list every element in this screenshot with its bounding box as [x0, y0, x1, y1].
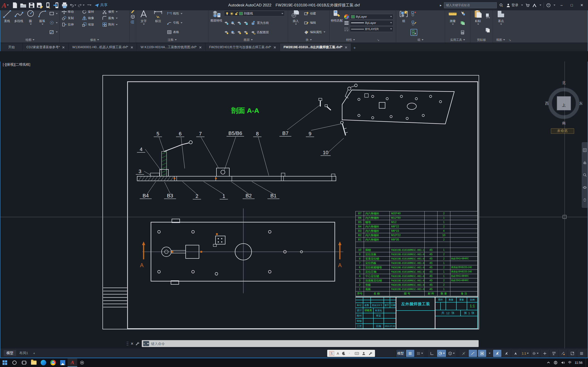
isodraft-toggle[interactable]	[447, 350, 456, 357]
panel-label-utilities[interactable]: 实用工具	[445, 37, 470, 42]
file-explorer-button[interactable]	[29, 358, 39, 367]
panel-label-block[interactable]: 块	[288, 37, 329, 42]
hidden-icons-caret[interactable]	[547, 361, 550, 365]
panel-label-annotation[interactable]: 注释	[136, 37, 208, 42]
start-button[interactable]	[0, 358, 10, 367]
chevron-down-icon[interactable]	[537, 353, 539, 354]
stretch-button[interactable]: 拉伸	[61, 21, 81, 28]
zoom-icon[interactable]	[583, 173, 587, 177]
close-button[interactable]: ✕	[578, 2, 586, 9]
cmd-grip-icon[interactable]	[126, 341, 129, 346]
panel-label-clipboard[interactable]: 剪贴板	[470, 37, 493, 42]
model-tab[interactable]: 模型	[4, 350, 16, 356]
ime-user-icon[interactable]	[362, 351, 366, 356]
linetype-icon[interactable]	[344, 26, 349, 32]
ime-mode-button[interactable]: 五	[329, 351, 334, 356]
file-tab-start[interactable]: 开始	[0, 43, 23, 51]
text-button[interactable]: 文字	[137, 8, 150, 37]
add-status-button[interactable]	[541, 350, 549, 357]
dimension-button[interactable]: 标注	[151, 8, 165, 37]
ime-punctuation-icon[interactable]: ’’	[349, 352, 352, 355]
match-layer-button[interactable]: 匹配图层	[250, 30, 270, 35]
panel-label-layers[interactable]: 图层	[208, 37, 288, 42]
minimize-button[interactable]: –	[558, 2, 565, 9]
panel-label-draw[interactable]: 绘图	[0, 37, 60, 42]
group-button[interactable]: 组	[397, 8, 410, 37]
file-tab-5-active[interactable]: FW2819E-01010...B左外腿焊接工装.dxf*	[280, 43, 351, 51]
settings-button[interactable]	[77, 358, 87, 367]
customization-gear-button[interactable]	[531, 350, 540, 357]
linetype-dropdown[interactable]: BYLAYER	[350, 26, 393, 32]
search-icon[interactable]	[499, 3, 504, 8]
edge-button[interactable]	[39, 358, 48, 367]
callout-b2[interactable]: B2	[246, 193, 252, 199]
layer-dropdown[interactable]: 剖面线	[224, 11, 285, 16]
annotation-monitor-button[interactable]	[559, 350, 567, 357]
object-snap-tracking-toggle[interactable]	[459, 350, 468, 357]
layer-on-bulb-icon[interactable]	[225, 12, 229, 15]
callout-2[interactable]: 2	[196, 193, 198, 199]
cut-icon[interactable]	[485, 13, 491, 18]
callout-3[interactable]: 3	[138, 168, 141, 174]
chevron-down-icon[interactable]	[453, 353, 455, 354]
copy-clip-icon[interactable]	[485, 27, 491, 33]
sign-in-button[interactable]: 登录	[506, 3, 518, 8]
callout-5[interactable]: 5	[156, 131, 159, 137]
network-icon[interactable]	[553, 361, 558, 365]
sign-in-dropdown-icon[interactable]	[521, 5, 523, 6]
autocad-logo-icon[interactable]: A	[0, 1, 11, 10]
show-desktop-button[interactable]	[586, 358, 587, 367]
object-snap-toggle[interactable]	[493, 350, 501, 357]
status-menu-button[interactable]	[577, 350, 586, 357]
snap-settings-caret[interactable]	[487, 350, 492, 357]
close-icon[interactable]	[62, 46, 65, 49]
new-tab-button[interactable]: ＋	[351, 44, 358, 51]
add-layout-button[interactable]: +	[31, 350, 37, 356]
chrome-button[interactable]	[48, 358, 58, 367]
group-selection-toggle-icon[interactable]	[411, 29, 417, 35]
model-space-button[interactable]: 模型	[396, 350, 405, 357]
set-current-layer-button[interactable]: 置为当前	[250, 20, 270, 25]
task-view-button[interactable]	[19, 358, 29, 367]
command-bar[interactable]: >_	[142, 340, 479, 347]
create-block-button[interactable]: 创建	[303, 10, 328, 17]
close-icon[interactable]	[199, 46, 201, 49]
help-icon[interactable]: ?	[546, 3, 551, 8]
paste-button[interactable]: 粘贴	[471, 8, 484, 37]
hatch-button[interactable]	[48, 29, 59, 35]
open-file-button[interactable]	[20, 2, 27, 9]
clock[interactable]: 11:56	[575, 361, 582, 365]
line-button[interactable]: 直线	[1, 8, 13, 37]
app-store-cart-icon[interactable]	[525, 3, 530, 8]
callout-7[interactable]: 7	[199, 131, 202, 137]
snap-quick-toggle[interactable]	[502, 350, 510, 357]
panel-label-modify[interactable]: 修改	[60, 37, 129, 42]
rectangle-button[interactable]	[48, 10, 59, 17]
ime-letter-button[interactable]: A	[337, 351, 339, 355]
viewcube-top[interactable]: 上	[562, 103, 566, 107]
chevron-down-icon[interactable]	[421, 353, 423, 354]
volume-icon[interactable]	[561, 361, 565, 365]
callout-b4[interactable]: B4	[143, 193, 149, 199]
calculator-icon[interactable]	[460, 30, 465, 35]
measure-button[interactable]: 测量	[446, 8, 459, 37]
snap-toggle[interactable]	[415, 350, 424, 357]
color-wheel-icon[interactable]	[344, 14, 349, 19]
panel-label-groups[interactable]: 组	[396, 37, 445, 42]
navigation-bar[interactable]	[582, 142, 588, 208]
panel-expander-icon[interactable]: ↘	[509, 38, 511, 42]
callout-b5-b6[interactable]: B5/B6	[228, 130, 242, 136]
file-tab-3[interactable]: W K1109-H01HA...工装数控铣用图.dxf*	[137, 43, 205, 51]
lineweight-display-toggle[interactable]	[478, 350, 486, 357]
select-similar-icon[interactable]	[460, 20, 465, 26]
layer-color-swatch[interactable]	[239, 12, 243, 15]
ortho-toggle[interactable]	[428, 350, 436, 357]
panel-label-view[interactable]: 视图↘	[493, 37, 588, 42]
isolate-objects-button[interactable]	[550, 350, 558, 357]
plot-mobile-button[interactable]	[44, 2, 52, 9]
layer-isolate-icon[interactable]	[231, 21, 235, 25]
callout-4[interactable]: 4	[140, 146, 142, 152]
chevron-down-icon[interactable]	[443, 353, 445, 354]
viewcube-east[interactable]: 东	[579, 101, 583, 105]
ime-settings-wrench-icon[interactable]	[369, 351, 373, 356]
